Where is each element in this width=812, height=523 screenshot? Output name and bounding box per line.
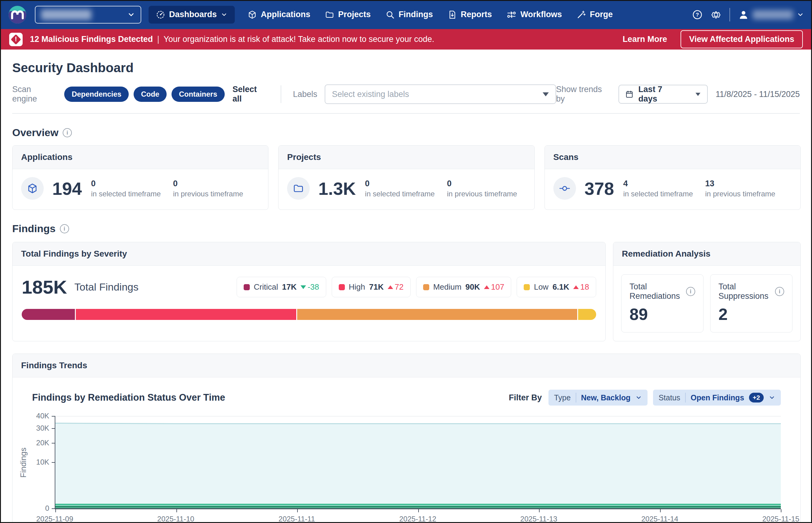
total-suppressions-label: Total Suppressions [718,282,775,301]
forge-icon [577,10,586,19]
card-title: Remediation Analysis [613,242,800,266]
severity-chip-critical[interactable]: Critical17K-38 [237,277,326,297]
severity-swatch [524,284,530,290]
select-all-link[interactable]: Select all [233,85,268,104]
status-filter-label: Status [659,393,680,402]
severity-swatch [423,284,429,290]
y-tick-label: 20K [36,438,49,447]
total-findings-by-severity-card: Total Findings by Severity 185K Total Fi… [12,242,606,341]
calendar-icon [625,90,633,98]
severity-chip-medium[interactable]: Medium90K107 [416,277,512,297]
trend-up-icon [573,285,579,289]
view-affected-applications-button[interactable]: View Affected Applications [681,30,803,48]
scan-icon [553,177,576,200]
y-tick-label: 0 [45,504,49,512]
chevron-down-icon [797,11,804,18]
trend-chart-title: Findings by Remediation Status Over Time [32,392,225,403]
org-selector-dropdown[interactable] [35,6,141,23]
nav-right-cluster: ? [692,8,804,21]
severity-delta: -38 [300,282,319,292]
y-axis-title: Findings [13,416,34,509]
card-title: Projects [278,146,534,169]
y-tick-label: 40K [36,412,49,420]
severity-stacked-bar [22,309,596,320]
avatar-icon [738,9,749,20]
x-tick-mark [539,509,540,512]
engine-chip-code[interactable]: Code [134,87,167,102]
x-tick-label: 2025-11-09 [36,515,73,523]
scans-card: Scans 378 4in selected timeframe 13in pr… [545,145,801,210]
x-tick-label: 2025-11-12 [399,515,436,523]
y-tick-mark [52,462,55,463]
cube-icon [21,177,44,200]
labels-select[interactable] [325,85,556,104]
labels-input[interactable] [332,90,543,99]
severity-delta: 18 [573,282,589,292]
trend-up-icon [484,285,490,289]
status-filter-dropdown[interactable]: Status Open Findings +2 [653,390,781,405]
nav-item-dashboards[interactable]: Dashboards [149,6,235,23]
help-icon[interactable]: ? [692,10,703,20]
severity-label: Critical [254,282,278,292]
x-tick-label: 2025-11-13 [520,515,557,523]
findings-section-title: Findings [12,223,56,235]
info-icon[interactable]: i [686,287,695,296]
severity-segment-critical [22,309,75,320]
info-icon[interactable]: i [63,128,72,137]
remediation-analysis-card: Remediation Analysis Total Remediations … [613,242,801,341]
folder-icon [287,177,310,200]
findings-icon [386,10,395,19]
user-menu[interactable] [738,9,804,20]
card-title: Total Findings by Severity [13,242,605,266]
engine-chip-containers[interactable]: Containers [171,87,224,102]
projects-count: 1.3K [318,178,356,199]
severity-segment-medium [296,309,577,320]
severity-chip-low[interactable]: Low6.1K18 [517,277,596,297]
overview-section-title: Overview [12,127,58,139]
learn-more-link[interactable]: Learn More [623,35,667,44]
nav-item-findings[interactable]: Findings [378,6,440,23]
info-icon[interactable]: i [775,287,784,296]
workflows-icon [506,10,516,20]
x-tick-mark [55,509,56,512]
nav-item-applications[interactable]: Applications [240,6,318,23]
card-title: Findings Trends [13,354,800,377]
svg-text:?: ? [696,12,699,18]
severity-label: High [349,282,365,292]
severity-delta: 72 [388,282,404,292]
type-filter-value: New, Backlog [581,393,631,402]
org-name-redacted [41,10,91,20]
info-icon[interactable]: i [60,224,69,233]
gear-icon[interactable] [710,9,721,20]
scan-engine-label: Scan engine [12,85,57,104]
filter-divider [281,85,281,103]
nav-label: Dashboards [169,10,217,19]
date-range-dropdown[interactable]: Last 7 days [619,85,708,104]
x-tick-mark [781,509,781,512]
engine-chip-dependencies[interactable]: Dependencies [64,87,129,102]
nav-item-workflows[interactable]: Workflows [499,6,569,23]
nav-item-forge[interactable]: Forge [569,6,620,23]
nav-label: Findings [399,10,433,19]
applications-count: 194 [52,178,82,199]
mend-logo-icon[interactable] [8,5,27,24]
previous-timeframe-label: in previous timeframe [173,190,243,198]
previous-timeframe-label: in previous timeframe [447,190,517,198]
severity-value: 71K [369,282,384,292]
labels-label: Labels [293,90,317,99]
severity-chip-high[interactable]: High71K72 [332,277,411,297]
selected-timeframe-label: in selected timeframe [91,190,161,198]
y-tick-label: 10K [36,458,49,466]
type-filter-label: Type [554,393,571,402]
card-title: Scans [545,146,800,169]
global-filter-row: Scan engine Dependencies Code Containers… [12,85,800,114]
card-title: Applications [13,146,268,169]
chevron-down-icon [127,11,135,19]
nav-item-reports[interactable]: Reports [440,6,499,23]
type-filter-dropdown[interactable]: Type New, Backlog [549,390,647,405]
status-filter-value: Open Findings [690,393,744,402]
severity-value: 90K [465,282,480,292]
findings-trends-card: Findings Trends Findings by Remediation … [12,354,801,523]
nav-item-projects[interactable]: Projects [318,6,378,23]
nav-label: Reports [461,10,492,19]
